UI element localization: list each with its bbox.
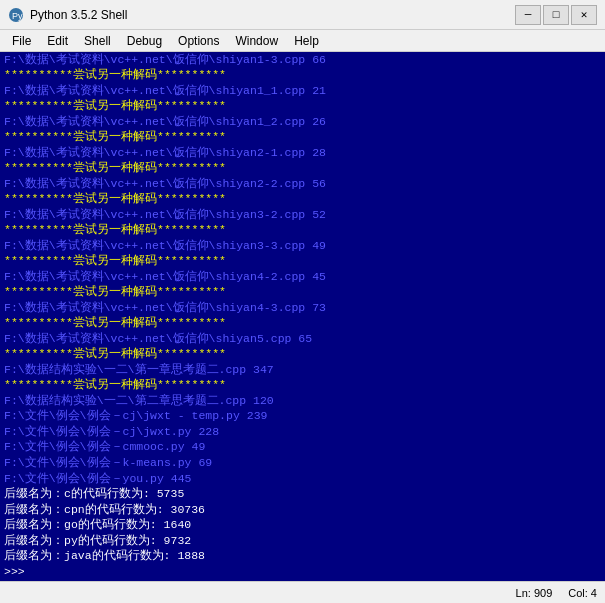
shell-line: F:\文件\例会\例会－cj\jwxt.py 228 [4, 424, 601, 440]
shell-line: 后缀名为：c的代码行数为: 5735 [4, 486, 601, 502]
shell-line: F:\数据结构实验\一二\第一章思考题二.cpp 347 [4, 362, 601, 378]
shell-line: F:\数据\考试资料\vc++.net\饭信仰\shiyan2-2.cpp 56 [4, 176, 601, 192]
menu-item-options[interactable]: Options [170, 32, 227, 50]
shell-line: >>> [4, 564, 601, 580]
shell-line: F:\数据结构实验\一二\第二章思考题二.cpp 120 [4, 393, 601, 409]
menu-item-window[interactable]: Window [227, 32, 286, 50]
minimize-button[interactable]: ─ [515, 5, 541, 25]
shell-line: **********尝试另一种解码********** [4, 284, 601, 300]
menu-item-debug[interactable]: Debug [119, 32, 170, 50]
shell-line: 后缀名为：java的代码行数为: 1888 [4, 548, 601, 564]
shell-line: **********尝试另一种解码********** [4, 191, 601, 207]
shell-line: 后缀名为：cpn的代码行数为: 30736 [4, 502, 601, 518]
status-col: Col: 4 [568, 587, 597, 599]
shell-line: F:\数据\考试资料\vc++.net\饭信仰\shiyan3-2.cpp 52 [4, 207, 601, 223]
maximize-button[interactable]: □ [543, 5, 569, 25]
shell-line: F:\文件\例会\例会－k-means.py 69 [4, 455, 601, 471]
status-bar: Ln: 909 Col: 4 [0, 581, 605, 603]
status-ln: Ln: 909 [516, 587, 553, 599]
shell-output[interactable]: F:\数据\考试资料\vc++.net\程序\实验一\实验一100230406韩… [0, 52, 605, 581]
shell-line: F:\文件\例会\例会－you.py 445 [4, 471, 601, 487]
shell-line: **********尝试另一种解码********** [4, 160, 601, 176]
window-controls: ─ □ ✕ [515, 5, 597, 25]
menu-item-edit[interactable]: Edit [39, 32, 76, 50]
shell-line: F:\数据\考试资料\vc++.net\饭信仰\shiyan5.cpp 65 [4, 331, 601, 347]
shell-line: 后缀名为：go的代码行数为: 1640 [4, 517, 601, 533]
python-icon: Py [8, 7, 24, 23]
menu-item-help[interactable]: Help [286, 32, 327, 50]
shell-line: F:\数据\考试资料\vc++.net\饭信仰\shiyan1-3.cpp 66 [4, 52, 601, 67]
shell-line: **********尝试另一种解码********** [4, 377, 601, 393]
window-title: Python 3.5.2 Shell [30, 8, 515, 22]
shell-line: F:\数据\考试资料\vc++.net\饭信仰\shiyan4-3.cpp 73 [4, 300, 601, 316]
shell-line: F:\数据\考试资料\vc++.net\饭信仰\shiyan2-1.cpp 28 [4, 145, 601, 161]
shell-line: F:\文件\例会\例会－cmmooc.py 49 [4, 439, 601, 455]
menu-item-shell[interactable]: Shell [76, 32, 119, 50]
shell-line: **********尝试另一种解码********** [4, 98, 601, 114]
title-bar: Py Python 3.5.2 Shell ─ □ ✕ [0, 0, 605, 30]
shell-line: **********尝试另一种解码********** [4, 222, 601, 238]
shell-line: **********尝试另一种解码********** [4, 253, 601, 269]
shell-line: F:\数据\考试资料\vc++.net\饭信仰\shiyan4-2.cpp 45 [4, 269, 601, 285]
shell-line: **********尝试另一种解码********** [4, 67, 601, 83]
shell-line: **********尝试另一种解码********** [4, 129, 601, 145]
shell-line: **********尝试另一种解码********** [4, 346, 601, 362]
shell-line: **********尝试另一种解码********** [4, 315, 601, 331]
close-button[interactable]: ✕ [571, 5, 597, 25]
svg-text:Py: Py [12, 11, 23, 21]
shell-line: F:\数据\考试资料\vc++.net\饭信仰\shiyan3-3.cpp 49 [4, 238, 601, 254]
menu-bar: FileEditShellDebugOptionsWindowHelp [0, 30, 605, 52]
menu-item-file[interactable]: File [4, 32, 39, 50]
shell-line: F:\数据\考试资料\vc++.net\饭信仰\shiyan1_1.cpp 21 [4, 83, 601, 99]
shell-line: F:\数据\考试资料\vc++.net\饭信仰\shiyan1_2.cpp 26 [4, 114, 601, 130]
shell-line: 后缀名为：py的代码行数为: 9732 [4, 533, 601, 549]
shell-line: F:\文件\例会\例会－cj\jwxt - temp.py 239 [4, 408, 601, 424]
